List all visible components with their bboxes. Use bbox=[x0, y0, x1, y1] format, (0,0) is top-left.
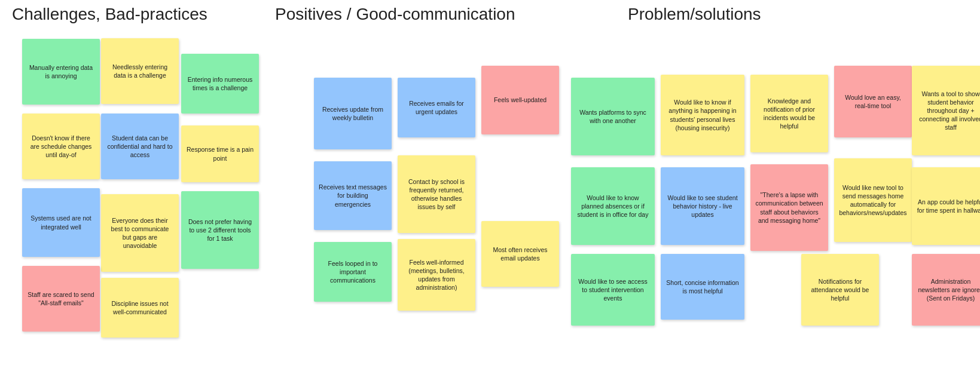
sticky-note-c7: Systems used are not integrated well bbox=[22, 188, 100, 257]
sticky-note-ps7: Would like to see student behavior histo… bbox=[661, 167, 744, 245]
sticky-note-c1: Manually entering data is annoying bbox=[22, 39, 100, 105]
sticky-note-ps4: Would love an easy, real-time tool bbox=[834, 66, 912, 137]
sticky-note-c5: Student data can be confidential and har… bbox=[101, 114, 179, 179]
sticky-note-ps1: Wants platforms to sync with one another bbox=[571, 78, 655, 155]
sticky-note-p7: Feels well-informed (meetings, bulletins… bbox=[398, 239, 475, 311]
board: Challenges, Bad-practices Positives / Go… bbox=[0, 0, 980, 374]
sticky-note-p3: Feels well-updated bbox=[481, 66, 559, 134]
sticky-note-ps14: Administration newsletters are ignored (… bbox=[912, 254, 980, 326]
sticky-note-p8: Most often receives email updates bbox=[481, 221, 559, 287]
sticky-note-ps9: Would like new tool to send messages hom… bbox=[834, 158, 912, 242]
sticky-note-c3: Entering info numerous times is a challe… bbox=[181, 54, 259, 114]
sticky-note-c11: Discipline issues not well-communicated bbox=[101, 278, 179, 338]
sticky-note-c8: Everyone does their best to communicate … bbox=[101, 194, 179, 272]
sticky-note-p4: Receives text messages for building emer… bbox=[314, 161, 392, 230]
sticky-note-ps10: An app could be helpful for time spent i… bbox=[912, 167, 980, 245]
sticky-note-c6: Response time is a pain point bbox=[181, 125, 259, 182]
sticky-note-p5: Contact by school is frequently returned… bbox=[398, 155, 475, 233]
sticky-note-ps12: Short, concise information is most helpf… bbox=[661, 254, 744, 320]
sticky-note-p2: Receives emails for urgent updates bbox=[398, 78, 475, 137]
sticky-note-ps2: Would like to know if anything is happen… bbox=[661, 75, 744, 155]
sticky-note-ps13: Notifications for attendance would be he… bbox=[801, 254, 879, 326]
sticky-note-ps8: "There's a lapse with communication betw… bbox=[750, 164, 828, 251]
sticky-note-ps5: Wants a tool to show student behavior th… bbox=[912, 66, 980, 155]
sticky-note-c4: Doesn't know if there are schedule chang… bbox=[22, 114, 100, 179]
sticky-note-ps11: Would like to see access to student inte… bbox=[571, 254, 655, 326]
sticky-note-c2: Needlessly entering data is a challenge bbox=[101, 38, 179, 104]
sticky-note-ps6: Would like to know planned absences or i… bbox=[571, 167, 655, 245]
sticky-note-p6: Feels looped in to important communicati… bbox=[314, 242, 392, 302]
sticky-note-c9: Does not prefer having to use 2 differen… bbox=[181, 191, 259, 269]
sticky-note-p1: Receives update from weekly bulletin bbox=[314, 78, 392, 149]
sticky-note-c10: Staff are scared to send "All-staff emai… bbox=[22, 266, 100, 332]
sticky-note-ps3: Knowledge and notification of prior inci… bbox=[750, 75, 828, 152]
